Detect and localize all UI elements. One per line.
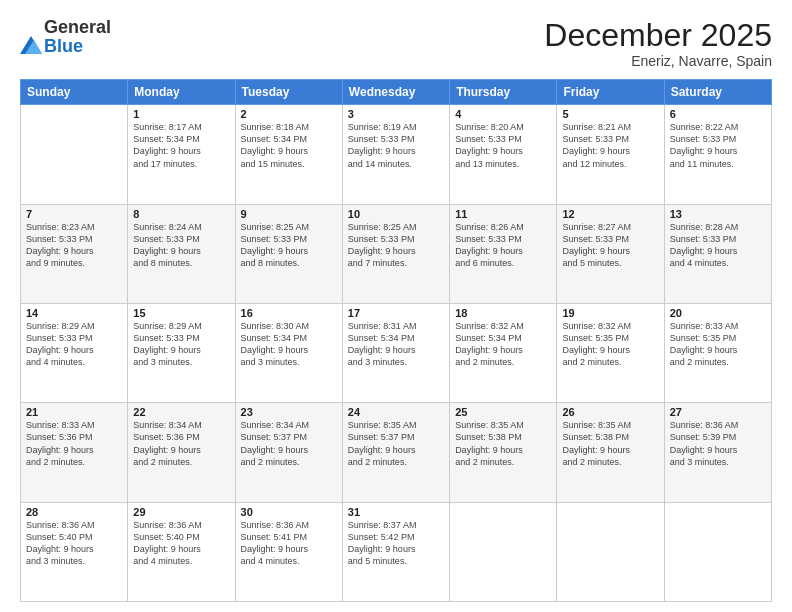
week-row: 1Sunrise: 8:17 AM Sunset: 5:34 PM Daylig… <box>21 105 772 204</box>
day-number: 20 <box>670 307 766 319</box>
calendar-cell <box>21 105 128 204</box>
day-number: 28 <box>26 506 122 518</box>
day-number: 14 <box>26 307 122 319</box>
day-info: Sunrise: 8:31 AM Sunset: 5:34 PM Dayligh… <box>348 320 444 369</box>
calendar-cell: 31Sunrise: 8:37 AM Sunset: 5:42 PM Dayli… <box>342 502 449 601</box>
calendar-cell <box>557 502 664 601</box>
title-block: December 2025 Eneriz, Navarre, Spain <box>544 18 772 69</box>
day-number: 24 <box>348 406 444 418</box>
calendar-cell: 8Sunrise: 8:24 AM Sunset: 5:33 PM Daylig… <box>128 204 235 303</box>
calendar-cell: 18Sunrise: 8:32 AM Sunset: 5:34 PM Dayli… <box>450 303 557 402</box>
calendar-cell: 6Sunrise: 8:22 AM Sunset: 5:33 PM Daylig… <box>664 105 771 204</box>
calendar-cell: 5Sunrise: 8:21 AM Sunset: 5:33 PM Daylig… <box>557 105 664 204</box>
calendar-cell: 4Sunrise: 8:20 AM Sunset: 5:33 PM Daylig… <box>450 105 557 204</box>
calendar-body: 1Sunrise: 8:17 AM Sunset: 5:34 PM Daylig… <box>21 105 772 602</box>
day-info: Sunrise: 8:22 AM Sunset: 5:33 PM Dayligh… <box>670 121 766 170</box>
day-info: Sunrise: 8:34 AM Sunset: 5:36 PM Dayligh… <box>133 419 229 468</box>
calendar-cell <box>664 502 771 601</box>
day-number: 9 <box>241 208 337 220</box>
calendar-cell: 3Sunrise: 8:19 AM Sunset: 5:33 PM Daylig… <box>342 105 449 204</box>
calendar-cell: 19Sunrise: 8:32 AM Sunset: 5:35 PM Dayli… <box>557 303 664 402</box>
day-number: 1 <box>133 108 229 120</box>
calendar-cell: 1Sunrise: 8:17 AM Sunset: 5:34 PM Daylig… <box>128 105 235 204</box>
calendar-cell: 29Sunrise: 8:36 AM Sunset: 5:40 PM Dayli… <box>128 502 235 601</box>
day-info: Sunrise: 8:30 AM Sunset: 5:34 PM Dayligh… <box>241 320 337 369</box>
day-number: 7 <box>26 208 122 220</box>
header-day-wednesday: Wednesday <box>342 80 449 105</box>
day-info: Sunrise: 8:32 AM Sunset: 5:35 PM Dayligh… <box>562 320 658 369</box>
day-info: Sunrise: 8:35 AM Sunset: 5:38 PM Dayligh… <box>562 419 658 468</box>
calendar-cell: 22Sunrise: 8:34 AM Sunset: 5:36 PM Dayli… <box>128 403 235 502</box>
day-number: 5 <box>562 108 658 120</box>
week-row: 14Sunrise: 8:29 AM Sunset: 5:33 PM Dayli… <box>21 303 772 402</box>
header-day-friday: Friday <box>557 80 664 105</box>
week-row: 21Sunrise: 8:33 AM Sunset: 5:36 PM Dayli… <box>21 403 772 502</box>
day-number: 15 <box>133 307 229 319</box>
day-info: Sunrise: 8:28 AM Sunset: 5:33 PM Dayligh… <box>670 221 766 270</box>
day-info: Sunrise: 8:35 AM Sunset: 5:38 PM Dayligh… <box>455 419 551 468</box>
calendar-cell: 20Sunrise: 8:33 AM Sunset: 5:35 PM Dayli… <box>664 303 771 402</box>
calendar-cell: 14Sunrise: 8:29 AM Sunset: 5:33 PM Dayli… <box>21 303 128 402</box>
logo-icon <box>20 36 42 54</box>
day-number: 22 <box>133 406 229 418</box>
calendar-header: SundayMondayTuesdayWednesdayThursdayFrid… <box>21 80 772 105</box>
day-info: Sunrise: 8:19 AM Sunset: 5:33 PM Dayligh… <box>348 121 444 170</box>
day-info: Sunrise: 8:35 AM Sunset: 5:37 PM Dayligh… <box>348 419 444 468</box>
header-day-sunday: Sunday <box>21 80 128 105</box>
calendar: SundayMondayTuesdayWednesdayThursdayFrid… <box>20 79 772 602</box>
day-number: 30 <box>241 506 337 518</box>
calendar-cell: 12Sunrise: 8:27 AM Sunset: 5:33 PM Dayli… <box>557 204 664 303</box>
header-row: SundayMondayTuesdayWednesdayThursdayFrid… <box>21 80 772 105</box>
day-number: 12 <box>562 208 658 220</box>
calendar-cell: 16Sunrise: 8:30 AM Sunset: 5:34 PM Dayli… <box>235 303 342 402</box>
logo-blue-text: Blue <box>44 36 83 56</box>
day-number: 19 <box>562 307 658 319</box>
day-info: Sunrise: 8:26 AM Sunset: 5:33 PM Dayligh… <box>455 221 551 270</box>
day-info: Sunrise: 8:29 AM Sunset: 5:33 PM Dayligh… <box>133 320 229 369</box>
day-info: Sunrise: 8:20 AM Sunset: 5:33 PM Dayligh… <box>455 121 551 170</box>
day-info: Sunrise: 8:37 AM Sunset: 5:42 PM Dayligh… <box>348 519 444 568</box>
day-info: Sunrise: 8:27 AM Sunset: 5:33 PM Dayligh… <box>562 221 658 270</box>
day-number: 10 <box>348 208 444 220</box>
day-number: 29 <box>133 506 229 518</box>
day-info: Sunrise: 8:36 AM Sunset: 5:40 PM Dayligh… <box>133 519 229 568</box>
day-info: Sunrise: 8:25 AM Sunset: 5:33 PM Dayligh… <box>241 221 337 270</box>
day-number: 16 <box>241 307 337 319</box>
day-info: Sunrise: 8:18 AM Sunset: 5:34 PM Dayligh… <box>241 121 337 170</box>
calendar-cell: 9Sunrise: 8:25 AM Sunset: 5:33 PM Daylig… <box>235 204 342 303</box>
day-info: Sunrise: 8:36 AM Sunset: 5:39 PM Dayligh… <box>670 419 766 468</box>
header-day-tuesday: Tuesday <box>235 80 342 105</box>
header-day-saturday: Saturday <box>664 80 771 105</box>
day-info: Sunrise: 8:33 AM Sunset: 5:35 PM Dayligh… <box>670 320 766 369</box>
calendar-cell: 30Sunrise: 8:36 AM Sunset: 5:41 PM Dayli… <box>235 502 342 601</box>
header: General Blue December 2025 Eneriz, Navar… <box>20 18 772 69</box>
day-number: 17 <box>348 307 444 319</box>
day-info: Sunrise: 8:34 AM Sunset: 5:37 PM Dayligh… <box>241 419 337 468</box>
calendar-cell: 25Sunrise: 8:35 AM Sunset: 5:38 PM Dayli… <box>450 403 557 502</box>
calendar-cell: 15Sunrise: 8:29 AM Sunset: 5:33 PM Dayli… <box>128 303 235 402</box>
calendar-cell: 23Sunrise: 8:34 AM Sunset: 5:37 PM Dayli… <box>235 403 342 502</box>
day-number: 8 <box>133 208 229 220</box>
day-number: 27 <box>670 406 766 418</box>
day-info: Sunrise: 8:24 AM Sunset: 5:33 PM Dayligh… <box>133 221 229 270</box>
day-number: 11 <box>455 208 551 220</box>
day-info: Sunrise: 8:17 AM Sunset: 5:34 PM Dayligh… <box>133 121 229 170</box>
day-number: 26 <box>562 406 658 418</box>
calendar-cell: 21Sunrise: 8:33 AM Sunset: 5:36 PM Dayli… <box>21 403 128 502</box>
day-number: 23 <box>241 406 337 418</box>
day-number: 3 <box>348 108 444 120</box>
day-number: 2 <box>241 108 337 120</box>
day-info: Sunrise: 8:23 AM Sunset: 5:33 PM Dayligh… <box>26 221 122 270</box>
calendar-cell: 11Sunrise: 8:26 AM Sunset: 5:33 PM Dayli… <box>450 204 557 303</box>
day-info: Sunrise: 8:36 AM Sunset: 5:40 PM Dayligh… <box>26 519 122 568</box>
day-info: Sunrise: 8:36 AM Sunset: 5:41 PM Dayligh… <box>241 519 337 568</box>
day-number: 18 <box>455 307 551 319</box>
week-row: 7Sunrise: 8:23 AM Sunset: 5:33 PM Daylig… <box>21 204 772 303</box>
month-title: December 2025 <box>544 18 772 53</box>
logo-general-text: General <box>44 17 111 37</box>
day-number: 31 <box>348 506 444 518</box>
calendar-cell: 10Sunrise: 8:25 AM Sunset: 5:33 PM Dayli… <box>342 204 449 303</box>
day-number: 4 <box>455 108 551 120</box>
header-day-thursday: Thursday <box>450 80 557 105</box>
page: General Blue December 2025 Eneriz, Navar… <box>0 0 792 612</box>
